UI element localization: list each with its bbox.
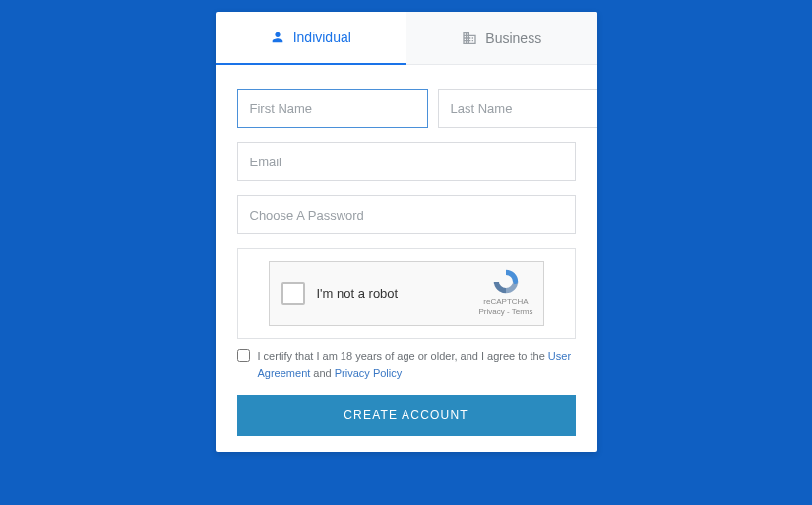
recaptcha-icon: [492, 268, 520, 295]
captcha-container: I'm not a robot reCAPTCHA Privacy - Term…: [237, 248, 576, 339]
tab-business[interactable]: Business: [406, 12, 597, 65]
recaptcha-brand: reCAPTCHA: [479, 297, 533, 307]
recaptcha-label: I'm not a robot: [317, 286, 399, 301]
recaptcha-widget: I'm not a robot reCAPTCHA Privacy - Term…: [269, 261, 544, 326]
create-account-button[interactable]: CREATE ACCOUNT: [237, 395, 576, 436]
privacy-policy-link[interactable]: Privacy Policy: [335, 367, 402, 379]
signup-form: I'm not a robot reCAPTCHA Privacy - Term…: [216, 65, 597, 452]
tab-business-label: Business: [485, 31, 541, 46]
building-icon: [462, 31, 477, 46]
password-input[interactable]: [237, 195, 576, 234]
consent-checkbox[interactable]: [237, 349, 250, 362]
consent-text: I certify that I am 18 years of age or o…: [258, 348, 576, 381]
recaptcha-legal: Privacy - Terms: [479, 307, 533, 317]
recaptcha-badge: reCAPTCHA Privacy - Terms: [479, 268, 533, 318]
tab-individual-label: Individual: [293, 30, 351, 45]
email-input[interactable]: [237, 142, 576, 181]
last-name-input[interactable]: [438, 89, 597, 128]
consent-row: I certify that I am 18 years of age or o…: [237, 348, 576, 381]
account-type-tabs: Individual Business: [216, 12, 597, 65]
person-icon: [270, 30, 285, 45]
signup-card: Individual Business I'm not a robot: [216, 12, 597, 452]
first-name-input[interactable]: [237, 89, 428, 128]
recaptcha-checkbox[interactable]: [281, 282, 305, 305]
tab-individual[interactable]: Individual: [216, 12, 406, 65]
